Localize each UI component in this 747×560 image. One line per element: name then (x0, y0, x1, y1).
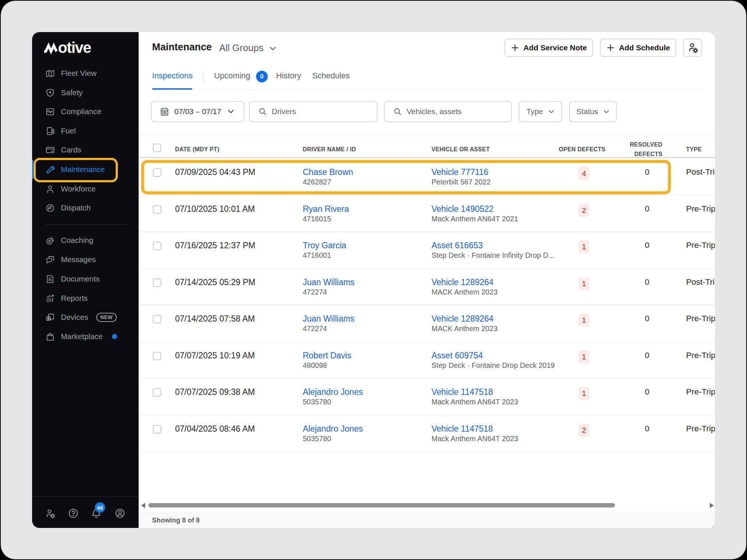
svg-text:otive: otive (58, 41, 91, 55)
